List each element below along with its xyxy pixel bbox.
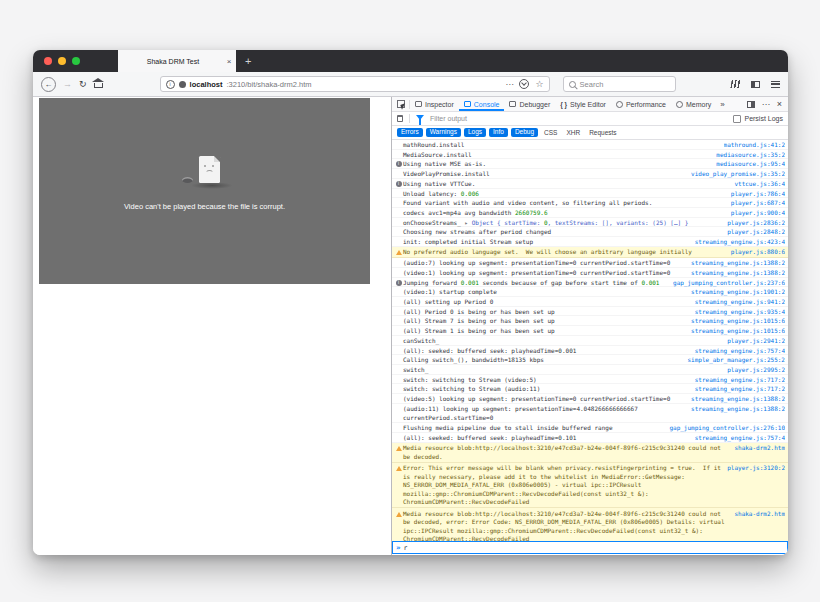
devtools-menu-icon[interactable]: ⋯ xyxy=(762,100,770,109)
console-entry-log: onChooseStreams_ ▸ Object { startTime: 0… xyxy=(392,218,788,228)
log-message: Unload latency: 0.006 xyxy=(403,189,725,199)
back-button[interactable]: ← xyxy=(41,77,56,92)
source-link[interactable]: player.js:2995:2 xyxy=(727,365,785,375)
devtools-close-icon[interactable]: × xyxy=(777,100,782,109)
dock-icon[interactable] xyxy=(747,101,755,108)
permission-icon[interactable] xyxy=(179,81,186,88)
source-link[interactable]: streaming_engine.js:941:2 xyxy=(695,297,785,307)
devtools-tab-inspector[interactable]: Inspector xyxy=(410,97,459,111)
pocket-icon[interactable] xyxy=(519,79,529,89)
minimize-window-button[interactable] xyxy=(58,57,66,65)
console-entry-info: iJumping forward 0.001 seconds because o… xyxy=(392,278,788,288)
console-entry-log: (audio:7) looking up segment: presentati… xyxy=(392,258,788,268)
close-tab-icon[interactable]: × xyxy=(222,57,236,66)
log-message: Using native MSE as-is. xyxy=(403,159,710,169)
new-tab-button[interactable]: + xyxy=(245,50,251,72)
devtools-tab-label: Debugger xyxy=(519,101,550,108)
video-player[interactable]: Video can't be played because the file i… xyxy=(39,98,370,284)
source-link[interactable]: mediasource.js:95:4 xyxy=(716,159,785,169)
zoom-window-button[interactable] xyxy=(72,57,80,65)
sidebar-icon[interactable] xyxy=(751,81,760,88)
console-input-value: r xyxy=(404,544,408,552)
source-link[interactable]: streaming_engine.js:423:4 xyxy=(695,237,785,247)
devtools-tab-debugger[interactable]: Debugger xyxy=(504,97,555,111)
source-link[interactable]: streaming_engine.js:1388:2 xyxy=(691,394,785,404)
home-button[interactable] xyxy=(94,83,103,89)
source-link[interactable]: player.js:900:4 xyxy=(731,208,785,218)
warning-icon xyxy=(394,508,403,517)
library-icon[interactable] xyxy=(730,80,740,88)
console-entry-log: Choosing new streams after period change… xyxy=(392,227,788,237)
debugger-icon xyxy=(509,101,516,107)
source-link[interactable]: vttcue.js:36:4 xyxy=(734,179,785,189)
source-link[interactable]: streaming_engine.js:757:4 xyxy=(695,433,785,443)
url-bar[interactable]: i localhost :3210/bit/shaka-drm2.htm ⋯ ☆ xyxy=(160,76,550,92)
source-link[interactable]: streaming_engine.js:1388:2 xyxy=(691,404,785,414)
devtools-tab-console[interactable]: Console xyxy=(459,97,505,111)
filter-button-requests[interactable]: Requests xyxy=(586,128,619,138)
source-link[interactable]: simple_abr_manager.js:255:2 xyxy=(687,355,785,365)
search-input[interactable]: Search xyxy=(563,76,676,92)
source-link[interactable]: video_play_promise.js:35:2 xyxy=(691,169,785,179)
filter-button-errors[interactable]: Errors xyxy=(397,128,423,138)
source-link[interactable]: gap_jumping_controller.js:237:6 xyxy=(673,278,785,288)
page-content: Video can't be played because the file i… xyxy=(33,97,391,555)
source-link[interactable]: streaming_engine.js:1015:6 xyxy=(691,316,785,326)
console-entry-log: (video:1) looking up segment: presentati… xyxy=(392,268,788,278)
source-link[interactable]: shaka-drm2.htm xyxy=(734,443,785,453)
source-link[interactable]: streaming_engine.js:757:4 xyxy=(695,346,785,356)
filter-button-debug[interactable]: Debug xyxy=(511,128,538,138)
filter-button-logs[interactable]: Logs xyxy=(464,128,486,138)
source-link[interactable]: player.js:3120:2 xyxy=(727,463,785,473)
devtools-panel: InspectorConsoleDebugger{ }Style EditorP… xyxy=(391,97,788,555)
source-link[interactable]: player.js:2848:2 xyxy=(727,227,785,237)
source-link[interactable]: shaka-drm2.htm xyxy=(734,508,785,518)
log-message: (video:1) looking up segment: presentati… xyxy=(403,268,685,278)
navigation-toolbar: ← → ↻ i localhost :3210/bit/shaka-drm2.h… xyxy=(33,72,788,97)
source-link[interactable]: player.js:2836:2 xyxy=(727,218,785,228)
source-link[interactable]: gap_jumping_controller.js:276:10 xyxy=(669,423,785,433)
page-actions-icon[interactable]: ⋯ xyxy=(505,80,513,89)
reload-button[interactable]: ↻ xyxy=(79,80,87,89)
browser-tab[interactable]: Shaka DRM Test × xyxy=(118,50,236,72)
filter-icon[interactable] xyxy=(416,115,424,120)
source-link[interactable]: streaming_engine.js:935:4 xyxy=(695,307,785,317)
close-window-button[interactable] xyxy=(44,57,52,65)
console-command-input[interactable]: » r xyxy=(392,541,788,554)
bookmark-star-icon[interactable]: ☆ xyxy=(535,80,543,89)
log-message: Using native VTTCue. xyxy=(403,179,728,189)
console-entry-warn: Error: This error message will be blank … xyxy=(392,463,788,509)
more-tabs-button[interactable]: » xyxy=(716,100,728,109)
pick-element-icon[interactable] xyxy=(397,100,405,108)
filter-output-input[interactable]: Filter output xyxy=(430,115,467,122)
persist-logs-checkbox[interactable] xyxy=(733,115,741,123)
log-message: (audio:7) looking up segment: presentati… xyxy=(403,258,685,268)
filter-button-css[interactable]: CSS xyxy=(541,128,560,138)
filter-button-info[interactable]: Info xyxy=(489,128,508,138)
source-link[interactable]: mathround.js:41:2 xyxy=(724,140,785,150)
url-host: localhost xyxy=(190,80,223,89)
filter-button-warnings[interactable]: Warnings xyxy=(426,128,461,138)
site-info-icon[interactable]: i xyxy=(166,80,175,89)
devtools-tab-style-editor[interactable]: { }Style Editor xyxy=(555,97,611,111)
source-link[interactable]: player.js:2941:2 xyxy=(727,336,785,346)
clear-console-icon[interactable] xyxy=(397,115,403,122)
menu-icon[interactable] xyxy=(771,81,780,88)
source-link[interactable]: streaming_engine.js:717:2 xyxy=(695,375,785,385)
info-icon: i xyxy=(394,159,403,167)
source-link[interactable]: mediasource.js:35:2 xyxy=(716,150,785,160)
devtools-tabbar: InspectorConsoleDebugger{ }Style EditorP… xyxy=(392,97,788,112)
source-link[interactable]: streaming_engine.js:1015:6 xyxy=(691,326,785,336)
forward-button[interactable]: → xyxy=(63,80,72,89)
source-link[interactable]: player.js:786:4 xyxy=(731,189,785,199)
source-link[interactable]: streaming_engine.js:1901:2 xyxy=(691,287,785,297)
source-link[interactable]: streaming_engine.js:1388:2 xyxy=(691,268,785,278)
source-link[interactable]: streaming_engine.js:1388:2 xyxy=(691,258,785,268)
devtools-tab-memory[interactable]: Memory xyxy=(671,97,716,111)
source-link[interactable]: streaming_engine.js:717:2 xyxy=(695,384,785,394)
filter-button-xhr[interactable]: XHR xyxy=(563,128,583,138)
console-entry-log: Flushing media pipeline due to stall ins… xyxy=(392,423,788,433)
source-link[interactable]: player.js:880:6 xyxy=(731,247,785,257)
source-link[interactable]: player.js:687:4 xyxy=(731,198,785,208)
devtools-tab-performance[interactable]: Performance xyxy=(611,97,671,111)
